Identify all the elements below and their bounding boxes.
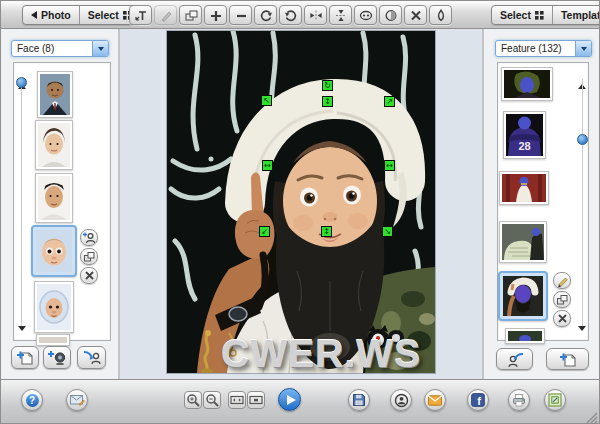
back-arrow-icon xyxy=(31,11,37,19)
handle-resize-sw[interactable]: ↙ xyxy=(259,226,270,237)
top-toolbar: Photo Select Select xyxy=(1,1,600,29)
feature-swap-button[interactable] xyxy=(553,291,571,308)
canvas-handles: ↻↖↕↗↔↔↙↕↘ xyxy=(167,31,435,373)
actual-size-button[interactable] xyxy=(247,391,265,409)
feature-points-tool-button[interactable] xyxy=(354,5,377,25)
color-adjust-tool-button[interactable] xyxy=(379,5,402,25)
feature-category-dropdown[interactable]: Feature (132) xyxy=(495,40,592,57)
swap-tool-button[interactable] xyxy=(179,5,202,25)
handle-resize-w[interactable]: ↔ xyxy=(262,160,273,171)
feature-scroll-track[interactable] xyxy=(582,79,583,329)
face-thumb-partial[interactable] xyxy=(36,334,70,346)
feature-thumb-football-28[interactable]: 28 xyxy=(503,111,546,159)
color-adjust-icon xyxy=(384,9,398,22)
face-delete-button[interactable] xyxy=(80,267,98,284)
envelope-pencil-icon xyxy=(70,394,85,406)
select-template-label: Select xyxy=(500,9,531,21)
svg-text:f: f xyxy=(477,395,481,407)
add-tool-button[interactable] xyxy=(204,5,227,25)
face-thumb-man[interactable] xyxy=(35,173,73,223)
handle-resize-e[interactable]: ↔ xyxy=(384,160,395,171)
how-to-use-button[interactable]: ? xyxy=(21,389,43,411)
plus-icon xyxy=(209,9,223,22)
swap-icon xyxy=(83,251,96,263)
play-icon xyxy=(287,395,296,405)
question-button[interactable] xyxy=(66,389,88,411)
face-thumb-baby-hood[interactable] xyxy=(34,281,74,333)
send-to-face-button[interactable] xyxy=(77,346,106,369)
resize-button[interactable] xyxy=(544,389,566,411)
send-to-person-icon xyxy=(82,349,102,366)
fit-screen-button[interactable] xyxy=(228,391,246,409)
export-button[interactable] xyxy=(390,389,412,411)
face-add-person-button[interactable] xyxy=(80,229,98,246)
flip-horizontal-icon xyxy=(309,9,323,22)
feature-scroll-down[interactable] xyxy=(578,331,586,349)
grid-icon xyxy=(535,11,544,20)
actual-size-icon xyxy=(249,393,263,407)
face-scroll-thumb[interactable] xyxy=(16,77,27,88)
cross-icon xyxy=(409,9,423,22)
feature-thumb-turban-selected[interactable] xyxy=(498,271,548,321)
template-button[interactable]: Template xyxy=(552,6,600,24)
edit-tools xyxy=(129,5,452,25)
dropdown-arrow-button[interactable] xyxy=(92,41,108,56)
template-button-label: Template xyxy=(561,9,600,21)
minus-icon xyxy=(234,9,248,22)
flip-vertical-tool-button[interactable] xyxy=(329,5,352,25)
mail-button[interactable] xyxy=(424,389,446,411)
facebook-button[interactable]: f xyxy=(467,389,489,411)
apply-template-button[interactable] xyxy=(496,348,533,370)
zoom-in-button[interactable] xyxy=(184,391,202,409)
handle-resize-s[interactable]: ↕ xyxy=(321,226,332,237)
rotate-ccw-tool-button[interactable] xyxy=(254,5,277,25)
rotate-cw-tool-button[interactable] xyxy=(279,5,302,25)
feature-edit-button[interactable] xyxy=(553,272,571,289)
feature-scroll-thumb[interactable] xyxy=(577,134,588,145)
handle-resize-nw[interactable]: ↖ xyxy=(261,95,272,106)
feature-thumb-pope[interactable] xyxy=(499,171,549,205)
window-resize-grip[interactable] xyxy=(586,412,598,424)
pen-icon xyxy=(159,9,173,22)
zoom-out-button[interactable] xyxy=(203,391,221,409)
face-category-dropdown[interactable]: Face (8) xyxy=(11,40,109,57)
rotate-ccw-icon xyxy=(259,9,273,22)
cross-icon xyxy=(84,270,95,281)
face-swap-button[interactable] xyxy=(80,248,98,265)
face-thumb-obama[interactable] xyxy=(37,71,73,118)
preview-button[interactable] xyxy=(278,388,301,411)
dropdown-arrow-button[interactable] xyxy=(575,41,591,56)
select-template-button[interactable]: Select xyxy=(492,6,552,24)
facebook-icon: f xyxy=(471,393,485,407)
feature-thumb-partial[interactable] xyxy=(505,328,545,344)
add-template-button[interactable] xyxy=(546,348,589,370)
save-button[interactable] xyxy=(348,389,370,411)
add-person-icon xyxy=(82,231,96,244)
handle-rotate[interactable]: ↻ xyxy=(322,80,333,91)
bottom-toolbar: ? f xyxy=(1,379,600,424)
zoom-in-icon xyxy=(186,393,200,407)
flip-horizontal-tool-button[interactable] xyxy=(304,5,327,25)
edit-canvas[interactable]: ↻↖↕↗↔↔↙↕↘ xyxy=(167,31,435,373)
feature-thumb-joker[interactable] xyxy=(501,67,553,101)
pen-tool-button[interactable] xyxy=(154,5,177,25)
handle-resize-ne[interactable]: ↗ xyxy=(384,96,395,107)
feature-thumb-money[interactable] xyxy=(499,221,547,263)
zoom-out-icon xyxy=(205,393,219,407)
add-photo-file-button[interactable] xyxy=(11,346,39,369)
photo-button[interactable]: Photo xyxy=(23,6,79,24)
subtract-tool-button[interactable] xyxy=(229,5,252,25)
photo-button-label: Photo xyxy=(41,9,71,21)
chevron-down-icon xyxy=(98,47,104,51)
add-photo-webcam-button[interactable] xyxy=(43,346,71,369)
liquify-tool-button[interactable] xyxy=(429,5,452,25)
delete-points-tool-button[interactable] xyxy=(404,5,427,25)
face-scroll-track[interactable] xyxy=(21,79,22,329)
feature-delete-button[interactable] xyxy=(553,310,571,327)
handle-resize-n[interactable]: ↕ xyxy=(322,96,333,107)
face-thumb-baby-selected[interactable] xyxy=(31,225,77,277)
handle-resize-se[interactable]: ↘ xyxy=(382,226,393,237)
transform-tool-button[interactable] xyxy=(129,5,152,25)
print-button[interactable] xyxy=(508,389,530,411)
face-thumb-woman[interactable] xyxy=(35,120,73,170)
